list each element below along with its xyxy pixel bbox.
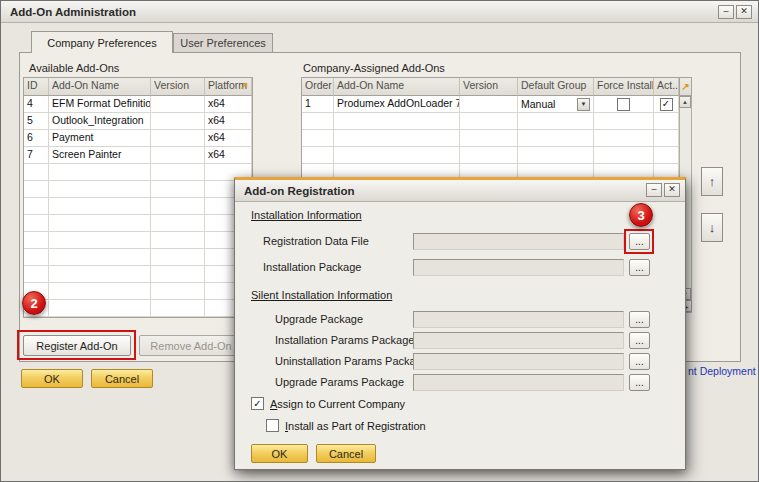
check-icon: ✓	[253, 399, 261, 409]
install-as-part-checkbox[interactable]	[266, 419, 279, 432]
move-row-down-button[interactable]: ↓	[701, 213, 723, 242]
upgrade-package-label: Upgrade Package	[275, 313, 363, 325]
cell-platform[interactable]: x64	[205, 147, 252, 164]
installation-package-label: Installation Package	[263, 261, 361, 273]
step-3-badge: 3	[629, 203, 653, 227]
tab-user-preferences[interactable]: User Preferences	[173, 33, 273, 53]
dialog-titlebar: Add-on Registration	[235, 180, 685, 202]
table-row[interactable]	[24, 181, 252, 198]
column-header-id: ID	[24, 78, 49, 96]
table-row[interactable]: 4 EFM Format Definitio x64	[24, 96, 252, 113]
scroll-up-icon[interactable]: ▲	[679, 96, 691, 108]
table-row[interactable]	[24, 249, 252, 266]
column-header-name: Add-On Name	[49, 78, 151, 96]
cell-platform[interactable]: x64	[205, 113, 252, 130]
table-row[interactable]	[24, 164, 252, 181]
expand-grid-icon[interactable]: ↗	[240, 80, 248, 91]
table-row[interactable]: 6 Payment x64	[24, 130, 252, 147]
lightweight-deployment-link[interactable]: nt Deployment	[688, 365, 756, 377]
close-icon[interactable]: ✕	[664, 183, 680, 197]
cell-default-group[interactable]: Manual ▼	[518, 96, 594, 113]
column-header-version: Version	[151, 78, 205, 96]
assign-to-company-checkbox[interactable]: ✓	[251, 397, 264, 410]
close-icon[interactable]: ✕	[736, 5, 752, 19]
table-row[interactable]	[302, 130, 679, 147]
move-row-up-button[interactable]: ↑	[701, 167, 723, 196]
silent-installation-section: Silent Installation Information	[251, 289, 392, 301]
column-header-default-group: Default Group	[518, 78, 594, 96]
table-row[interactable]: 1 Produmex AddOnLoader 7 Manual ▼ ✓	[302, 96, 679, 113]
cell-active[interactable]: ✓	[654, 96, 679, 113]
install-as-part-label: Install as Part of Registration	[285, 420, 426, 432]
ok-button[interactable]: OK	[21, 369, 83, 388]
installation-params-input[interactable]	[413, 332, 624, 349]
table-row[interactable]	[302, 147, 679, 164]
addon-registration-dialog: Add-on Registration – ✕ Installation Inf…	[234, 177, 686, 470]
arrow-up-icon: ↑	[709, 174, 716, 189]
arrow-down-icon: ↓	[709, 220, 716, 235]
table-row[interactable]	[24, 300, 252, 317]
upgrade-params-browse-button[interactable]: ...	[629, 374, 650, 391]
force-install-checkbox[interactable]	[617, 98, 630, 111]
step-2-badge: 2	[22, 291, 46, 315]
dialog-cancel-button[interactable]: Cancel	[316, 444, 376, 463]
remove-addon-button: Remove Add-On	[139, 335, 243, 356]
cell-addon-name[interactable]: Outlook_Integration	[49, 113, 151, 130]
table-row[interactable]	[302, 113, 679, 130]
uninstallation-params-label: Uninstallation Params Package	[275, 355, 428, 367]
cell-version[interactable]	[151, 147, 205, 164]
dialog-title: Add-on Registration	[244, 185, 355, 197]
cell-id[interactable]: 6	[24, 130, 49, 147]
cell-addon-name[interactable]: Payment	[49, 130, 151, 147]
uninstallation-params-browse-button[interactable]: ...	[629, 353, 650, 370]
upgrade-package-input[interactable]	[413, 311, 624, 328]
active-checkbox[interactable]: ✓	[660, 98, 673, 111]
assign-to-company-label: Assign to Current Company	[270, 398, 405, 410]
column-header-version: Version	[460, 78, 518, 96]
installation-package-browse-button[interactable]: ...	[629, 259, 650, 276]
tab-company-preferences[interactable]: Company Preferences	[31, 31, 173, 53]
cell-version[interactable]	[151, 130, 205, 147]
main-titlebar: Add-On Administration	[1, 1, 758, 23]
cell-platform[interactable]: x64	[205, 130, 252, 147]
dialog-ok-button[interactable]: OK	[251, 444, 308, 463]
minimize-icon[interactable]: –	[718, 5, 734, 19]
table-row[interactable]: 7 Screen Painter x64	[24, 147, 252, 164]
installation-params-browse-button[interactable]: ...	[629, 332, 650, 349]
cell-version[interactable]	[460, 96, 518, 113]
expand-grid-icon[interactable]: ↗	[679, 77, 692, 96]
cell-id[interactable]: 5	[24, 113, 49, 130]
default-group-value: Manual	[521, 98, 555, 111]
available-addons-table: ID Add-On Name Version Platform 4 EFM Fo…	[23, 77, 253, 318]
cell-platform[interactable]: x64	[205, 96, 252, 113]
uninstallation-params-input[interactable]	[413, 353, 624, 370]
minimize-icon[interactable]: –	[646, 183, 662, 197]
upgrade-package-browse-button[interactable]: ...	[629, 311, 650, 328]
table-row[interactable]	[24, 198, 252, 215]
cell-id[interactable]: 4	[24, 96, 49, 113]
cancel-button[interactable]: Cancel	[91, 369, 153, 388]
cell-version[interactable]	[151, 96, 205, 113]
table-row[interactable]: 5 Outlook_Integration x64	[24, 113, 252, 130]
cell-addon-name[interactable]: EFM Format Definitio	[49, 96, 151, 113]
registration-data-file-input[interactable]	[413, 233, 624, 250]
installation-params-label: Installation Params Package	[275, 334, 414, 346]
available-header-row: ID Add-On Name Version Platform	[24, 78, 252, 96]
cell-addon-name[interactable]: Produmex AddOnLoader 7	[334, 96, 460, 113]
assigned-header-row: Order Add-On Name Version Default Group …	[302, 78, 679, 96]
addon-administration-window: Add-On Administration – ✕ Company Prefer…	[0, 0, 759, 482]
table-row[interactable]	[24, 283, 252, 300]
cell-addon-name[interactable]: Screen Painter	[49, 147, 151, 164]
cell-force-install[interactable]	[594, 96, 654, 113]
cell-order[interactable]: 1	[302, 96, 334, 113]
upgrade-params-input[interactable]	[413, 374, 624, 391]
table-row[interactable]	[24, 266, 252, 283]
chevron-down-icon[interactable]: ▼	[577, 98, 590, 111]
cell-id[interactable]: 7	[24, 147, 49, 164]
table-row[interactable]	[24, 232, 252, 249]
installation-package-input[interactable]	[413, 259, 624, 276]
cell-version[interactable]	[151, 113, 205, 130]
dialog-window-controls: – ✕	[646, 183, 680, 197]
table-row[interactable]	[24, 215, 252, 232]
register-button-highlight	[17, 330, 136, 360]
